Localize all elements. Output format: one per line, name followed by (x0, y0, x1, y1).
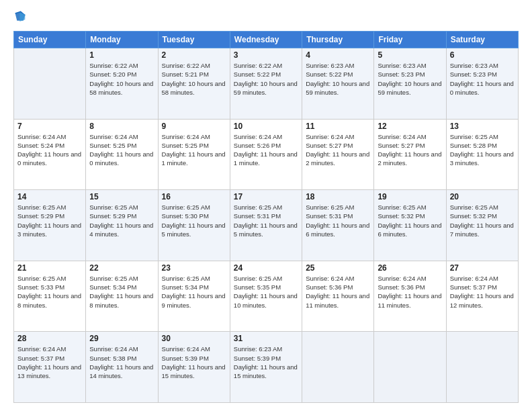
day-number: 19 (378, 192, 442, 201)
day-info: Sunrise: 6:24 AMSunset: 5:37 PMDaylight:… (17, 345, 82, 380)
day-number: 7 (17, 122, 82, 131)
day-cell: 16Sunrise: 6:25 AMSunset: 5:30 PMDayligh… (158, 190, 230, 261)
day-cell: 11Sunrise: 6:24 AMSunset: 5:27 PMDayligh… (302, 119, 374, 190)
day-cell: 13Sunrise: 6:25 AMSunset: 5:28 PMDayligh… (446, 119, 518, 190)
day-number: 9 (162, 122, 226, 131)
day-number: 12 (378, 122, 442, 131)
day-cell: 15Sunrise: 6:25 AMSunset: 5:29 PMDayligh… (86, 190, 158, 261)
day-cell: 3Sunrise: 6:22 AMSunset: 5:22 PMDaylight… (230, 48, 302, 120)
day-info: Sunrise: 6:24 AMSunset: 5:25 PMDaylight:… (162, 132, 226, 168)
day-number: 5 (378, 50, 442, 60)
day-cell: 26Sunrise: 6:24 AMSunset: 5:36 PMDayligh… (374, 261, 446, 332)
day-info: Sunrise: 6:25 AMSunset: 5:34 PMDaylight:… (162, 274, 226, 310)
day-number: 17 (234, 192, 298, 201)
weekday-header-sunday: Sunday (14, 32, 86, 48)
day-number: 24 (234, 263, 298, 273)
day-info: Sunrise: 6:22 AMSunset: 5:22 PMDaylight:… (234, 61, 298, 97)
day-cell: 31Sunrise: 6:23 AMSunset: 5:39 PMDayligh… (230, 332, 302, 403)
day-cell: 20Sunrise: 6:25 AMSunset: 5:32 PMDayligh… (446, 190, 518, 261)
day-cell (374, 332, 446, 403)
day-cell: 8Sunrise: 6:24 AMSunset: 5:25 PMDaylight… (86, 119, 158, 190)
day-number: 11 (306, 122, 370, 131)
week-row-2: 7Sunrise: 6:24 AMSunset: 5:24 PMDaylight… (14, 119, 519, 190)
day-info: Sunrise: 6:25 AMSunset: 5:30 PMDaylight:… (162, 203, 226, 238)
day-cell: 21Sunrise: 6:25 AMSunset: 5:33 PMDayligh… (14, 261, 86, 332)
day-info: Sunrise: 6:24 AMSunset: 5:26 PMDaylight:… (234, 132, 298, 168)
day-cell (446, 332, 518, 403)
day-cell: 9Sunrise: 6:24 AMSunset: 5:25 PMDaylight… (158, 119, 230, 190)
day-cell: 27Sunrise: 6:24 AMSunset: 5:37 PMDayligh… (446, 261, 518, 332)
day-number: 4 (306, 50, 370, 60)
day-info: Sunrise: 6:25 AMSunset: 5:29 PMDaylight:… (89, 203, 154, 238)
day-info: Sunrise: 6:24 AMSunset: 5:36 PMDaylight:… (378, 274, 442, 310)
day-info: Sunrise: 6:25 AMSunset: 5:28 PMDaylight:… (450, 132, 515, 168)
day-info: Sunrise: 6:25 AMSunset: 5:31 PMDaylight:… (306, 203, 370, 238)
day-cell: 19Sunrise: 6:25 AMSunset: 5:32 PMDayligh… (374, 190, 446, 261)
day-number: 23 (162, 263, 226, 273)
day-number: 15 (89, 192, 154, 201)
calendar-table: SundayMondayTuesdayWednesdayThursdayFrid… (13, 31, 519, 403)
day-number: 10 (234, 122, 298, 131)
day-info: Sunrise: 6:24 AMSunset: 5:25 PMDaylight:… (89, 132, 154, 168)
day-cell: 1Sunrise: 6:22 AMSunset: 5:20 PMDaylight… (86, 48, 158, 120)
day-info: Sunrise: 6:25 AMSunset: 5:32 PMDaylight:… (450, 203, 515, 238)
day-number: 26 (378, 263, 442, 273)
week-row-3: 14Sunrise: 6:25 AMSunset: 5:29 PMDayligh… (14, 190, 519, 261)
day-number: 22 (89, 263, 154, 273)
day-number: 25 (306, 263, 370, 273)
logo-icon (13, 11, 27, 24)
week-row-5: 28Sunrise: 6:24 AMSunset: 5:37 PMDayligh… (14, 332, 519, 403)
day-cell (302, 332, 374, 403)
day-info: Sunrise: 6:22 AMSunset: 5:21 PMDaylight:… (162, 61, 226, 97)
day-cell: 29Sunrise: 6:24 AMSunset: 5:38 PMDayligh… (86, 332, 158, 403)
day-cell: 28Sunrise: 6:24 AMSunset: 5:37 PMDayligh… (14, 332, 86, 403)
day-cell: 14Sunrise: 6:25 AMSunset: 5:29 PMDayligh… (14, 190, 86, 261)
day-number: 28 (17, 334, 82, 343)
day-cell: 12Sunrise: 6:24 AMSunset: 5:27 PMDayligh… (374, 119, 446, 190)
day-number: 3 (234, 50, 298, 60)
day-number: 16 (162, 192, 226, 201)
day-info: Sunrise: 6:25 AMSunset: 5:34 PMDaylight:… (89, 274, 154, 310)
weekday-header-tuesday: Tuesday (158, 32, 230, 48)
day-cell: 2Sunrise: 6:22 AMSunset: 5:21 PMDaylight… (158, 48, 230, 120)
day-number: 18 (306, 192, 370, 201)
day-cell: 7Sunrise: 6:24 AMSunset: 5:24 PMDaylight… (14, 119, 86, 190)
day-cell: 23Sunrise: 6:25 AMSunset: 5:34 PMDayligh… (158, 261, 230, 332)
day-number: 2 (162, 50, 226, 60)
day-cell: 18Sunrise: 6:25 AMSunset: 5:31 PMDayligh… (302, 190, 374, 261)
day-info: Sunrise: 6:24 AMSunset: 5:39 PMDaylight:… (162, 345, 226, 380)
weekday-header-friday: Friday (374, 32, 446, 48)
weekday-header-wednesday: Wednesday (230, 32, 302, 48)
week-row-1: 1Sunrise: 6:22 AMSunset: 5:20 PMDaylight… (14, 48, 519, 120)
day-cell (14, 48, 86, 120)
day-info: Sunrise: 6:22 AMSunset: 5:20 PMDaylight:… (89, 61, 154, 97)
day-number: 30 (162, 334, 226, 343)
logo (13, 11, 30, 24)
page: SundayMondayTuesdayWednesdayThursdayFrid… (0, 0, 532, 411)
weekday-header-thursday: Thursday (302, 32, 374, 48)
day-cell: 10Sunrise: 6:24 AMSunset: 5:26 PMDayligh… (230, 119, 302, 190)
day-cell: 17Sunrise: 6:25 AMSunset: 5:31 PMDayligh… (230, 190, 302, 261)
day-info: Sunrise: 6:24 AMSunset: 5:36 PMDaylight:… (306, 274, 370, 310)
weekday-header-saturday: Saturday (446, 32, 518, 48)
day-number: 6 (450, 50, 515, 60)
day-number: 13 (450, 122, 515, 131)
day-number: 21 (17, 263, 82, 273)
week-row-4: 21Sunrise: 6:25 AMSunset: 5:33 PMDayligh… (14, 261, 519, 332)
day-info: Sunrise: 6:24 AMSunset: 5:38 PMDaylight:… (89, 345, 154, 380)
day-info: Sunrise: 6:24 AMSunset: 5:24 PMDaylight:… (17, 132, 82, 168)
day-info: Sunrise: 6:23 AMSunset: 5:22 PMDaylight:… (306, 61, 370, 97)
day-number: 29 (89, 334, 154, 343)
day-info: Sunrise: 6:23 AMSunset: 5:39 PMDaylight:… (234, 345, 298, 380)
day-number: 14 (17, 192, 82, 201)
day-info: Sunrise: 6:25 AMSunset: 5:33 PMDaylight:… (17, 274, 82, 310)
day-cell: 4Sunrise: 6:23 AMSunset: 5:22 PMDaylight… (302, 48, 374, 120)
day-cell: 5Sunrise: 6:23 AMSunset: 5:23 PMDaylight… (374, 48, 446, 120)
day-cell: 6Sunrise: 6:23 AMSunset: 5:23 PMDaylight… (446, 48, 518, 120)
day-info: Sunrise: 6:24 AMSunset: 5:27 PMDaylight:… (306, 132, 370, 168)
day-info: Sunrise: 6:23 AMSunset: 5:23 PMDaylight:… (450, 61, 515, 97)
day-info: Sunrise: 6:23 AMSunset: 5:23 PMDaylight:… (378, 61, 442, 97)
day-number: 20 (450, 192, 515, 201)
day-info: Sunrise: 6:25 AMSunset: 5:32 PMDaylight:… (378, 203, 442, 238)
header (13, 11, 519, 24)
